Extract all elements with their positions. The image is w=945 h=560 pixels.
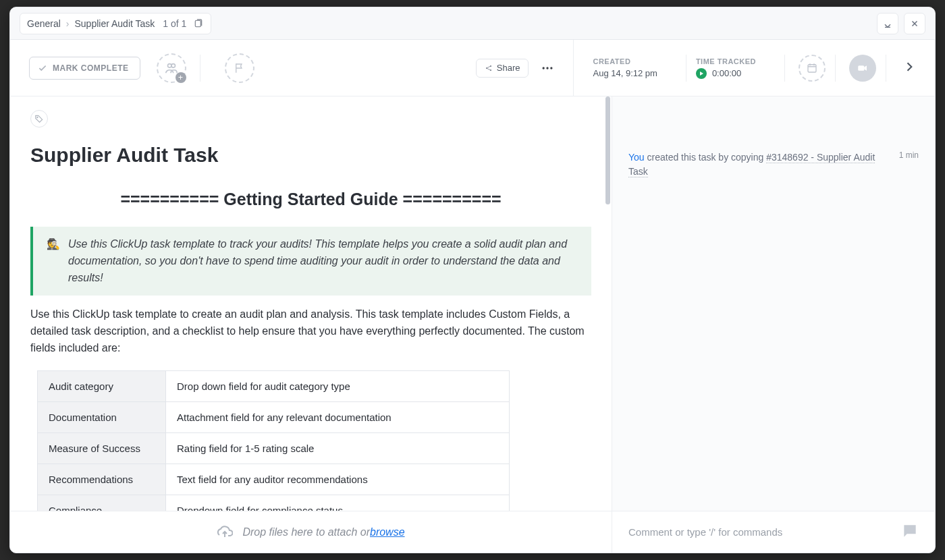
detective-icon: 🕵️ [47,236,60,286]
divider [200,55,200,82]
field-name: Compliance [38,495,166,511]
video-record[interactable] [849,55,876,82]
time-tracked-info: TIME TRACKED 0:00:00 [696,57,756,79]
time-tracked-label: TIME TRACKED [696,57,756,65]
svg-point-11 [37,117,38,117]
next-task[interactable] [902,60,916,76]
svg-rect-10 [858,65,864,71]
time-tracked-value: 0:00:00 [712,68,741,78]
task-title[interactable]: Supplier Audit Task [30,144,591,167]
field-name: Measure of Success [38,432,166,464]
field-desc: Attachment field for any relevant docume… [166,401,510,432]
breadcrumb-bar: General › Supplier Audit Task 1 of 1 [10,7,935,40]
activity-time: 1 min [899,150,919,160]
svg-point-7 [547,67,549,69]
field-desc: Rating field for 1-5 rating scale [166,432,510,464]
comment-input[interactable] [628,526,893,538]
share-label: Share [497,63,520,73]
main-column: Supplier Audit Task ========== Getting S… [10,96,612,553]
field-name: Audit category [38,370,166,401]
task-content[interactable]: Supplier Audit Task ========== Getting S… [10,96,612,511]
created-label: CREATED [593,57,657,65]
field-name: Recommendations [38,464,166,495]
field-desc: Text field for any auditor recommendatio… [166,464,510,495]
scrollbar[interactable] [605,96,610,204]
comment-box [612,511,935,553]
info-strip: CREATED Aug 14, 9:12 pm TIME TRACKED 0:0… [573,40,916,96]
divider [886,55,886,82]
field-name: Documentation [38,401,166,432]
play-icon[interactable] [696,68,707,79]
close-button[interactable] [904,13,925,34]
breadcrumb[interactable]: General › Supplier Audit Task 1 of 1 [20,13,211,34]
created-info: CREATED Aug 14, 9:12 pm [593,57,657,78]
fields-table: Audit categoryDrop down field for audit … [37,370,510,511]
breadcrumb-root[interactable]: General [27,18,61,29]
table-row: ComplianceDropdown field for compliance … [38,495,510,511]
callout-text: Use this ClickUp task template to track … [68,236,578,286]
svg-rect-0 [196,20,201,26]
minimize-button[interactable] [877,13,898,34]
activity-actor[interactable]: You [628,152,645,163]
activity-entry: You created this task by copying #314869… [628,150,919,179]
description-paragraph: Use this ClickUp task template to create… [30,306,591,356]
callout: 🕵️ Use this ClickUp task template to tra… [30,227,591,296]
assignees-add[interactable] [157,53,186,83]
table-row: DocumentationAttachment field for any re… [38,401,510,432]
divider [835,55,836,82]
created-value: Aug 14, 9:12 pm [593,68,657,78]
activity-action: created this task by copying [645,152,767,163]
activity-column: You created this task by copying #314869… [612,96,935,553]
svg-point-2 [171,63,176,67]
table-row: Audit categoryDrop down field for audit … [38,370,510,401]
table-row: Measure of SuccessRating field for 1-5 r… [38,432,510,464]
task-toolbar: MARK COMPLETE Share CREATED Aug 14, [10,40,935,96]
activity-feed: You created this task by copying #314869… [612,96,935,511]
table-row: RecommendationsText field for any audito… [38,464,510,495]
priority-add[interactable] [225,53,254,83]
svg-point-6 [543,67,545,69]
dropzone-text: Drop files here to attach or [242,526,370,538]
due-date-add[interactable] [799,55,826,82]
divider [686,55,686,82]
svg-point-5 [490,69,491,71]
mark-complete-label: MARK COMPLETE [53,63,129,73]
breadcrumb-task[interactable]: Supplier Audit Task [74,18,155,29]
share-button[interactable]: Share [476,59,529,78]
browse-link[interactable]: browse [370,526,405,538]
attachment-dropzone[interactable]: Drop files here to attach or browse [10,511,612,553]
chevron-right-icon: › [66,18,70,29]
mark-complete-button[interactable]: MARK COMPLETE [29,57,140,80]
divider [784,55,785,82]
more-menu[interactable] [541,61,554,75]
external-icon[interactable] [193,18,204,29]
field-desc: Drop down field for audit category type [166,370,510,401]
tags-add[interactable] [30,110,48,128]
field-desc: Dropdown field for compliance status [166,495,510,511]
task-modal: General › Supplier Audit Task 1 of 1 MAR… [9,7,936,553]
comment-icon[interactable] [901,522,919,542]
guide-heading: ========== Getting Started Guide =======… [30,190,591,209]
svg-point-4 [490,65,491,67]
svg-rect-9 [808,64,816,72]
svg-point-8 [551,67,553,69]
breadcrumb-count: 1 of 1 [163,18,186,29]
